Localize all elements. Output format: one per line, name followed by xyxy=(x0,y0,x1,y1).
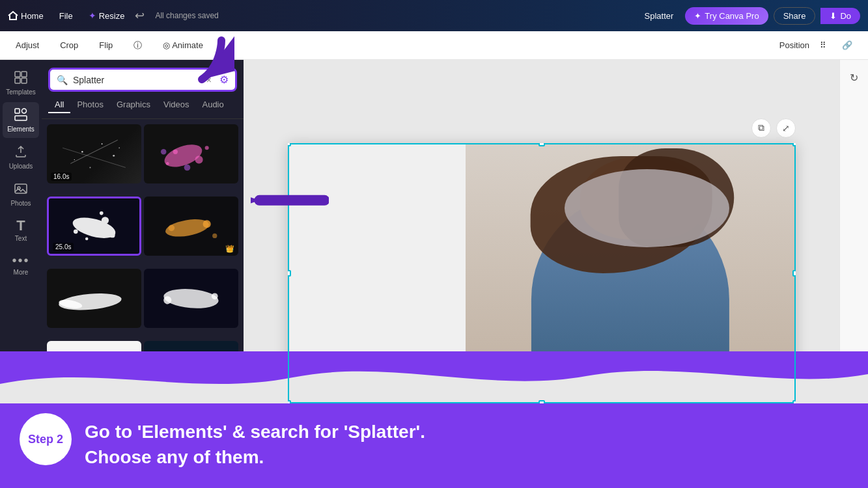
templates-icon xyxy=(14,70,28,87)
element-item[interactable] xyxy=(47,269,141,328)
element-item[interactable] xyxy=(144,124,238,183)
svg-point-16 xyxy=(119,148,119,148)
element-item-selected[interactable]: 25.0s xyxy=(47,197,141,256)
svg-rect-6 xyxy=(15,116,27,120)
file-nav-item[interactable]: File xyxy=(59,11,73,21)
svg-point-30 xyxy=(100,211,104,215)
svg-point-39 xyxy=(212,293,218,299)
svg-point-43 xyxy=(80,365,109,379)
home-nav-item[interactable]: Home xyxy=(8,10,44,21)
animate-button[interactable]: ◎ Animate xyxy=(158,38,208,53)
sidebar-item-more[interactable]: ••• More xyxy=(3,249,39,281)
uploads-icon xyxy=(14,144,28,161)
top-navigation: Home File ✦ Resize ↩ All changes saved S… xyxy=(0,0,868,31)
svg-point-15 xyxy=(74,159,75,160)
sidebar-templates-label: Templates xyxy=(6,88,36,96)
canvas[interactable]: ↻ xyxy=(288,143,796,403)
splatter-button[interactable]: Splatter xyxy=(638,8,680,23)
photos-icon xyxy=(14,182,28,198)
sidebar-photos-label: Photos xyxy=(10,200,31,207)
resize-nav-item[interactable]: ✦ Resize xyxy=(89,10,125,21)
svg-point-13 xyxy=(113,155,115,157)
resize-label: Resize xyxy=(99,11,125,21)
search-clear-button[interactable]: × xyxy=(206,75,212,85)
tab-graphics[interactable]: Graphics xyxy=(110,97,157,113)
sidebar-item-templates[interactable]: Templates xyxy=(3,65,39,101)
link-button[interactable]: 🔗 xyxy=(837,38,858,53)
svg-rect-1 xyxy=(21,72,27,77)
info-button[interactable]: ⓘ xyxy=(128,37,147,54)
svg-point-24 xyxy=(70,213,117,242)
svg-point-21 xyxy=(205,146,209,150)
search-filter-button[interactable]: ⚙ xyxy=(219,74,229,86)
element-item[interactable] xyxy=(144,413,238,472)
sidebar-elements-label: Elements xyxy=(7,126,35,133)
sidebar-more-label: More xyxy=(14,269,29,276)
svg-point-18 xyxy=(173,150,178,154)
svg-point-27 xyxy=(74,229,78,234)
expand-canvas-button[interactable]: ⤢ xyxy=(776,118,796,138)
canvas-top-buttons: ⧉ ⤢ xyxy=(288,118,796,138)
svg-point-20 xyxy=(166,162,169,165)
tab-all[interactable]: All xyxy=(48,97,70,113)
undo-button[interactable]: ↩ xyxy=(135,8,145,23)
element-item[interactable] xyxy=(47,413,141,472)
main-layout: Templates Elements Uploads Photos T Text… xyxy=(0,60,868,488)
duplicate-canvas-button[interactable]: ⧉ xyxy=(751,118,771,138)
svg-point-12 xyxy=(102,143,103,144)
more-icon: ••• xyxy=(12,254,29,267)
element-item[interactable]: 16.0s xyxy=(47,124,141,183)
add-page-button[interactable]: + Add page xyxy=(506,411,576,430)
svg-rect-2 xyxy=(15,78,20,83)
element-item[interactable] xyxy=(144,341,238,400)
tab-videos[interactable]: Videos xyxy=(157,97,196,113)
secondary-toolbar: Adjust Crop Flip ⓘ ◎ Animate Position ⠿ … xyxy=(0,31,868,60)
elements-grid: 16.0s xyxy=(42,119,244,488)
tab-audio[interactable]: Audio xyxy=(195,97,230,113)
handle-bottom-mid[interactable] xyxy=(539,400,545,403)
sidebar-item-elements[interactable]: Elements xyxy=(3,102,39,138)
svg-point-47 xyxy=(175,444,191,454)
svg-point-26 xyxy=(102,217,109,224)
svg-point-22 xyxy=(184,165,191,171)
svg-point-33 xyxy=(203,220,211,228)
handle-top-right[interactable] xyxy=(792,143,796,146)
search-icon: 🔍 xyxy=(57,75,68,85)
sidebar-item-photos[interactable]: Photos xyxy=(3,176,39,212)
svg-point-34 xyxy=(212,234,217,238)
handle-top-left[interactable] xyxy=(288,143,291,146)
crop-button[interactable]: Crop xyxy=(55,38,83,53)
text-icon: T xyxy=(16,219,25,233)
handle-bottom-right[interactable] xyxy=(792,400,796,403)
download-button[interactable]: ⬇ Do xyxy=(820,8,860,24)
element-item[interactable]: ♛ xyxy=(47,341,141,400)
adjust-button[interactable]: Adjust xyxy=(10,38,44,53)
search-input[interactable] xyxy=(73,75,201,85)
svg-point-5 xyxy=(22,109,27,113)
svg-point-25 xyxy=(80,221,86,227)
share-button[interactable]: Share xyxy=(774,7,816,25)
canvas-area: ⧉ ⤢ xyxy=(244,60,839,488)
position-button[interactable]: Position xyxy=(779,40,809,50)
flip-button[interactable]: Flip xyxy=(94,38,118,53)
tab-photos[interactable]: Photos xyxy=(70,97,109,113)
svg-point-28 xyxy=(110,232,115,237)
svg-line-10 xyxy=(63,148,126,167)
handle-mid-right[interactable] xyxy=(792,270,796,277)
element-item[interactable] xyxy=(144,269,238,328)
sidebar-item-uploads[interactable]: Uploads xyxy=(3,139,39,175)
premium-crown: ♛ xyxy=(130,388,137,398)
animate-icon: ◎ xyxy=(163,40,170,50)
svg-rect-3 xyxy=(21,78,27,83)
element-item[interactable]: 👑 ♛ xyxy=(144,197,238,256)
handle-top-mid[interactable] xyxy=(539,143,545,146)
item-duration: 16.0s xyxy=(51,172,72,181)
handle-mid-left[interactable] xyxy=(288,270,291,277)
try-canva-pro-button[interactable]: ✦ Try Canva Pro xyxy=(685,7,768,25)
handle-bottom-left[interactable] xyxy=(288,400,291,403)
sidebar-uploads-label: Uploads xyxy=(9,163,33,170)
right-rotate-button[interactable]: ↻ xyxy=(846,68,862,88)
item-duration: 25.0s xyxy=(53,243,74,251)
sidebar-item-text[interactable]: T Text xyxy=(3,213,39,247)
grid-button[interactable]: ⠿ xyxy=(815,38,832,53)
